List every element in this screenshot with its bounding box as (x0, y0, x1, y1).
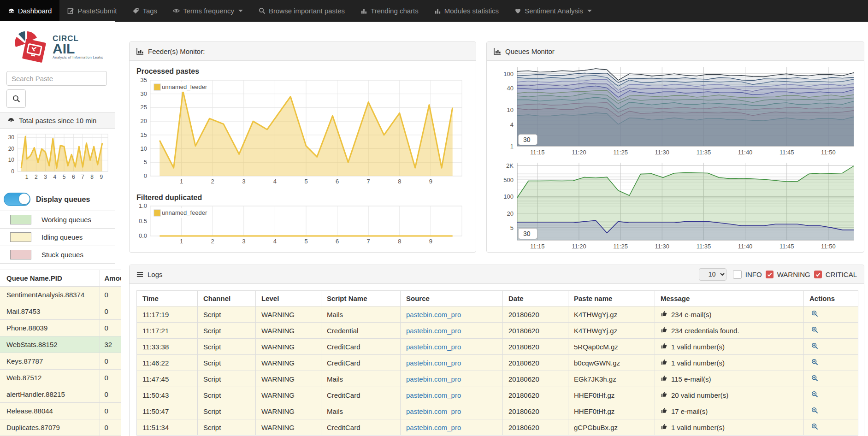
ail-logo: CIRCL AIL Analysis of Information Leaks (13, 29, 115, 65)
svg-text:0.0: 0.0 (139, 232, 147, 239)
zoom-in-icon (811, 375, 818, 382)
svg-text:30: 30 (8, 134, 15, 141)
queue-amount: 32 (100, 336, 121, 353)
view-paste-button[interactable] (811, 311, 818, 318)
legend-label: Idling queues (41, 233, 83, 241)
nav-item-sentiment-analysis[interactable]: Sentiment Analysis (507, 0, 600, 21)
critical-checkbox[interactable] (814, 271, 822, 278)
svg-text:11:50: 11:50 (821, 243, 836, 250)
filtered_duplicated-svg: 0.00.51.0123456789unnamed_feeder (136, 204, 467, 248)
queue-row: Mail.874530 (0, 303, 121, 320)
view-paste-button[interactable] (811, 391, 818, 399)
svg-text:11:40: 11:40 (738, 149, 753, 156)
log-row: 11:47:45ScriptWARNINGMailspastebin.com_p… (137, 371, 858, 387)
svg-text:11:30: 11:30 (655, 149, 669, 156)
log-date: 20180620 (503, 339, 568, 355)
source-link[interactable]: pastebin.com_pro (406, 327, 461, 335)
queue-name: alertHandler.88215 (0, 386, 100, 403)
logs-header-level: Level (256, 291, 321, 306)
nav-item-dashboard[interactable]: Dashboard (0, 0, 59, 21)
svg-text:10: 10 (8, 157, 15, 163)
svg-text:11:20: 11:20 (572, 149, 586, 156)
legend-swatch (10, 215, 31, 224)
view-paste-button[interactable] (811, 424, 818, 431)
interval-input[interactable]: 30 (518, 228, 537, 239)
processed_pastes-svg: 05101520253035123456789unnamed_feeder (136, 77, 467, 188)
log-source: pastebin.com_pro (401, 371, 503, 387)
nav-item-trending-charts[interactable]: Trending charts (353, 0, 426, 21)
log-row: 11:17:19ScriptWARNINGMailspastebin.com_p… (137, 306, 858, 323)
log-script: Mails (321, 306, 401, 323)
nav-item-label: Browse important pastes (269, 7, 345, 15)
log-date: 20180620 (503, 306, 568, 323)
thumbs-up-icon (661, 423, 667, 430)
log-paste: HHEF0tHf.gz (568, 403, 655, 419)
nav-item-modules-statistics[interactable]: Modules statistics (426, 0, 507, 21)
log-row: 11:50:47ScriptWARNINGMailspastebin.com_p… (137, 403, 858, 419)
log-level: WARNING (256, 403, 321, 419)
logs-header-message: Message (655, 291, 804, 306)
view-paste-button[interactable] (811, 359, 818, 367)
log-row: 11:50:43ScriptWARNINGCreditCardpastebin.… (137, 387, 858, 403)
queue-table-header-amount: Amount (100, 270, 121, 287)
source-link[interactable]: pastebin.com_pro (406, 343, 461, 351)
nav-item-pastesubmit[interactable]: PasteSubmit (59, 0, 124, 21)
logs-header-script-name: Script Name (321, 291, 401, 306)
source-link[interactable]: pastebin.com_pro (406, 375, 461, 383)
log-source: pastebin.com_pro (401, 323, 503, 339)
svg-text:2: 2 (211, 238, 214, 245)
view-paste-button[interactable] (811, 407, 818, 415)
log-actions (804, 339, 858, 355)
thumbs-up-icon (661, 391, 667, 398)
log-level: WARNING (256, 323, 321, 339)
source-link[interactable]: pastebin.com_pro (406, 311, 461, 318)
view-paste-button[interactable] (811, 327, 818, 335)
zoom-in-icon (811, 407, 818, 414)
log-time: 11:50:47 (137, 403, 198, 419)
svg-text:20: 20 (8, 146, 15, 152)
log-row: 11:17:21ScriptWARNINGCredentialpastebin.… (137, 323, 858, 339)
log-date: 20180620 (503, 371, 568, 387)
svg-text:11:35: 11:35 (697, 149, 711, 156)
logs-header-paste-name: Paste name (568, 291, 655, 306)
log-message: 115 e-mail(s) (655, 371, 804, 387)
svg-text:9: 9 (429, 178, 432, 185)
logo-tagline: Analysis of Information Leaks (53, 55, 103, 59)
svg-text:6: 6 (336, 238, 339, 245)
thumbs-up-icon (661, 375, 667, 382)
warning-checkbox[interactable] (766, 271, 774, 278)
source-link[interactable]: pastebin.com_pro (406, 424, 461, 431)
interval-input[interactable]: 30 (518, 134, 537, 145)
chart-legend: unnamed_feeder (152, 208, 207, 218)
info-checkbox[interactable] (733, 270, 742, 279)
nav-item-terms-frequency[interactable]: Terms frequency (165, 0, 251, 21)
source-link[interactable]: pastebin.com_pro (406, 391, 461, 399)
source-link[interactable]: pastebin.com_pro (406, 359, 461, 367)
thumbs-up-icon (661, 407, 667, 414)
queue-name: Web.87512 (0, 370, 100, 386)
warning-filter-label: WARNING (777, 271, 810, 278)
view-paste-button[interactable] (811, 375, 818, 383)
log-script: Mails (321, 403, 401, 419)
queue-name: Mail.87453 (0, 303, 100, 320)
log-page-size-select[interactable]: 10 (699, 268, 726, 281)
display-queues-toggle[interactable] (4, 193, 30, 206)
search-input[interactable] (6, 71, 107, 86)
nav-item-tags[interactable]: Tags (124, 0, 165, 21)
source-link[interactable]: pastebin.com_pro (406, 407, 461, 415)
search-button[interactable] (6, 89, 26, 108)
check-icon (815, 271, 821, 277)
queue-row: Keys.877870 (0, 353, 121, 370)
view-paste-button[interactable] (811, 343, 818, 351)
svg-text:5: 5 (63, 174, 66, 180)
search-icon (259, 7, 266, 14)
log-actions (804, 306, 858, 323)
svg-text:4: 4 (273, 178, 277, 185)
queues-monitor-panel: Queues Monitor 14104010011:1511:2011:251… (486, 41, 864, 253)
logs-header-date: Date (503, 291, 568, 306)
nav-item-browse-important-pastes[interactable]: Browse important pastes (251, 0, 353, 21)
svg-text:unnamed_feeder: unnamed_feeder (162, 83, 207, 90)
chevron-down-icon (238, 10, 243, 12)
legend-row-idling-queues: Idling queues (0, 228, 115, 246)
svg-text:11:35: 11:35 (697, 243, 711, 250)
